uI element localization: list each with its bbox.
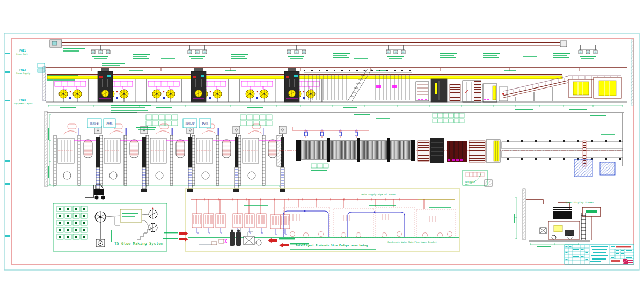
glue-stairs bbox=[137, 227, 150, 239]
stand-box-a2: 原纸架 bbox=[185, 121, 195, 125]
stacker-units bbox=[569, 77, 621, 98]
glue-system-detail: T5 Glue Making System bbox=[53, 203, 167, 251]
speed-display-label: Speed Display Screen bbox=[565, 201, 594, 204]
zone-tag-3: F4E8 bbox=[19, 98, 26, 101]
zone-tag-1: F4E1 bbox=[19, 49, 26, 52]
pallet-stack-1 bbox=[574, 159, 592, 177]
zone-tags: F4E1 Crane Rail F4E2 Steam Supply F4E8 E… bbox=[14, 49, 33, 105]
slitter-section bbox=[418, 138, 500, 163]
condensate-loops bbox=[283, 210, 405, 238]
trc-detail: TRC0912 bbox=[463, 170, 492, 186]
steam-schematic: Main Supply Pipe of Steam bbox=[163, 189, 460, 251]
title-block bbox=[565, 245, 634, 264]
stand-box-b2: 风机 bbox=[202, 121, 208, 125]
speed-display-detail: Speed Display Screen bbox=[514, 189, 601, 247]
border-zone-ticks bbox=[5, 53, 10, 237]
glue-system-title: T5 Glue Making System bbox=[114, 241, 163, 246]
pallet-stack-2 bbox=[600, 162, 615, 175]
access-ladder bbox=[581, 213, 586, 240]
trc-tag: TRC0912 bbox=[465, 181, 475, 184]
glue-tote-grid bbox=[57, 206, 87, 239]
zone-label-2: Steam Supply bbox=[16, 72, 31, 75]
zone-label-1: Crane Rail bbox=[16, 53, 28, 55]
plan-label-boxes: 原纸架 风机 原纸架 风机 bbox=[87, 119, 211, 128]
zone-label-3: Equipment Layout bbox=[14, 103, 33, 105]
dry-end-machines bbox=[416, 79, 508, 102]
dryer-section bbox=[292, 127, 415, 171]
glue-agitator bbox=[95, 212, 106, 247]
splicer-machines bbox=[98, 68, 299, 102]
stand-box-a: 原纸架 bbox=[90, 121, 99, 125]
stand-box-b: 风机 bbox=[106, 121, 113, 125]
schematic-headline: Intelligent Ecobonds Size Endups area be… bbox=[296, 244, 368, 247]
forklift-icon bbox=[85, 185, 105, 200]
elevation-view: F4E1 Crane Rail F4E2 Steam Supply F4E8 E… bbox=[14, 40, 633, 113]
bridge-stairs bbox=[348, 69, 372, 101]
board-stack bbox=[553, 207, 572, 219]
plan-view: 原纸架 风机 原纸架 风机 bbox=[45, 111, 624, 200]
zone-tag-2: F4E2 bbox=[19, 68, 26, 71]
condensate-label: Condensate Water Main Pipe Lower Bracket bbox=[387, 240, 436, 243]
glue-mixers bbox=[106, 208, 157, 232]
drawing-sheet: F4E1 Crane Rail F4E2 Steam Supply F4E8 E… bbox=[0, 0, 644, 299]
cad-canvas: F4E1 Crane Rail F4E2 Steam Supply F4E8 E… bbox=[0, 0, 644, 299]
steam-supply-label: Main Supply Pipe of Steam bbox=[361, 193, 396, 196]
